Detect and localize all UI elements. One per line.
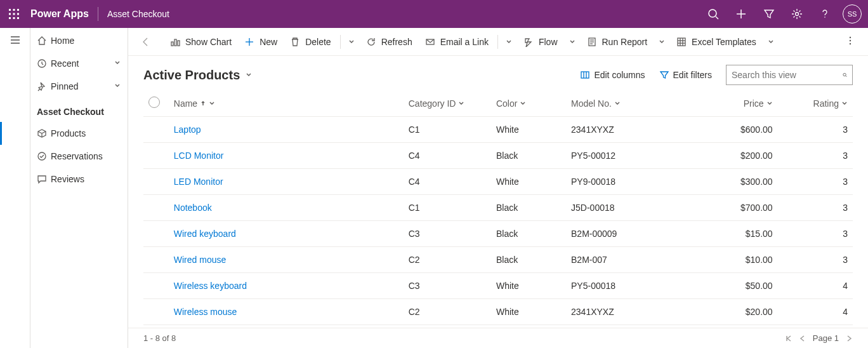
cell-color: White: [491, 117, 566, 143]
search-icon[interactable]: [699, 0, 727, 28]
column-header-category[interactable]: Category ID: [404, 90, 491, 117]
column-header-price[interactable]: Price: [690, 90, 778, 117]
add-icon[interactable]: [727, 0, 755, 28]
sidebar-section-title: Asset Checkout: [30, 98, 128, 122]
svg-point-13: [796, 13, 799, 16]
svg-point-35: [850, 37, 851, 38]
svg-rect-8: [17, 17, 19, 19]
cell-model: J5D-00018: [566, 195, 690, 221]
svg-rect-5: [17, 13, 19, 15]
sidebar-item-label: Pinned: [51, 81, 79, 91]
cell-category: C2: [404, 247, 491, 273]
cell-model: PY5-00012: [566, 143, 690, 169]
new-button[interactable]: New: [238, 28, 284, 55]
run-report-button[interactable]: Run Report: [581, 28, 654, 55]
record-range: 1 - 8 of 8: [143, 333, 176, 343]
cell-category: C1: [404, 117, 491, 143]
refresh-button[interactable]: Refresh: [360, 28, 419, 55]
svg-point-14: [824, 17, 825, 18]
delete-dropdown[interactable]: [343, 28, 360, 55]
home-icon: [37, 36, 51, 46]
column-header-color[interactable]: Color: [491, 90, 566, 117]
edit-filters-button[interactable]: Edit filters: [659, 70, 712, 80]
settings-icon[interactable]: [783, 0, 811, 28]
column-header-model[interactable]: Model No.: [566, 90, 690, 117]
app-launcher-icon[interactable]: [0, 0, 28, 28]
cell-category: C1: [404, 195, 491, 221]
cell-name[interactable]: Wireless keyboard: [169, 273, 404, 299]
cell-price: $600.00: [690, 117, 778, 143]
table-row[interactable]: Wired keyboardC3BlackB2M-00009$15.003: [143, 221, 853, 247]
cell-rating: 3: [778, 247, 853, 273]
svg-rect-20: [171, 42, 173, 46]
table-row[interactable]: Wired mouseC2BlackB2M-007$10.003: [143, 247, 853, 273]
chat-icon: [37, 174, 51, 184]
svg-rect-38: [581, 72, 589, 78]
sidebar-item-pinned[interactable]: Pinned: [30, 75, 128, 98]
search-icon: [843, 70, 847, 80]
column-header-name[interactable]: Name: [169, 90, 404, 117]
svg-rect-22: [178, 41, 180, 46]
column-header-rating[interactable]: Rating: [778, 90, 853, 117]
view-title-dropdown[interactable]: Active Products: [143, 68, 253, 83]
flow-button[interactable]: Flow: [517, 28, 564, 55]
cell-color: Black: [491, 247, 566, 273]
cell-color: Black: [491, 195, 566, 221]
first-page-icon[interactable]: [785, 335, 792, 342]
svg-rect-3: [9, 13, 11, 15]
sidebar-item-reviews[interactable]: Reviews: [30, 168, 128, 191]
cell-price: $15.00: [690, 221, 778, 247]
user-avatar[interactable]: SS: [843, 4, 862, 23]
table-row[interactable]: Wireless keyboardC3WhitePY5-00018$50.004: [143, 273, 853, 299]
edit-columns-button[interactable]: Edit columns: [580, 70, 645, 80]
svg-rect-1: [13, 9, 15, 11]
select-all-header[interactable]: [143, 90, 169, 117]
delete-button[interactable]: Delete: [284, 28, 337, 55]
table-row[interactable]: Wireless mouseC2White2341XYXZ$20.004: [143, 299, 853, 325]
cell-model: B2M-007: [566, 247, 690, 273]
table-row[interactable]: LCD MonitorC4BlackPY5-00012$200.003: [143, 143, 853, 169]
excel-dropdown[interactable]: [763, 28, 779, 55]
table-row[interactable]: NotebookC1BlackJ5D-00018$700.003: [143, 195, 853, 221]
svg-rect-4: [13, 13, 15, 15]
prev-page-icon[interactable]: [799, 335, 806, 342]
cell-name[interactable]: Wired keyboard: [169, 221, 404, 247]
help-icon[interactable]: [811, 0, 839, 28]
cell-name[interactable]: Notebook: [169, 195, 404, 221]
cell-name[interactable]: Wireless mouse: [169, 299, 404, 325]
cell-category: C3: [404, 221, 491, 247]
cell-model: 2341XYXZ: [566, 299, 690, 325]
email-dropdown[interactable]: [501, 28, 517, 55]
sidebar-item-reservations[interactable]: Reservations: [30, 145, 128, 168]
flow-dropdown[interactable]: [564, 28, 581, 55]
filter-icon[interactable]: [755, 0, 783, 28]
cell-rating: 3: [778, 221, 853, 247]
cell-name[interactable]: Wired mouse: [169, 247, 404, 273]
search-input[interactable]: [732, 70, 843, 80]
sidebar-item-recent[interactable]: Recent: [30, 52, 128, 75]
sidebar: Home Recent Pinned Asset Checkout Produc…: [30, 28, 128, 348]
svg-point-41: [843, 73, 846, 76]
hamburger-icon[interactable]: [10, 34, 21, 48]
sidebar-item-products[interactable]: Products: [30, 122, 128, 145]
more-commands-button[interactable]: [838, 36, 863, 48]
table-row[interactable]: LaptopC1White2341XYXZ$600.003: [143, 117, 853, 143]
cell-name[interactable]: LED Monitor: [169, 169, 404, 195]
cell-name[interactable]: LCD Monitor: [169, 143, 404, 169]
cell-name[interactable]: Laptop: [169, 117, 404, 143]
excel-templates-button[interactable]: Excel Templates: [670, 28, 763, 55]
svg-rect-21: [174, 39, 176, 46]
svg-rect-7: [13, 17, 15, 19]
email-link-button[interactable]: Email a Link: [419, 28, 495, 55]
table-row[interactable]: LED MonitorC4WhitePY9-00018$300.003: [143, 169, 853, 195]
cell-price: $300.00: [690, 169, 778, 195]
collapse-rail: [0, 28, 30, 348]
search-view-box[interactable]: [726, 65, 853, 85]
next-page-icon[interactable]: [845, 335, 853, 342]
back-button[interactable]: [133, 28, 164, 55]
run-report-dropdown[interactable]: [654, 28, 670, 55]
sidebar-item-home[interactable]: Home: [30, 29, 128, 52]
cell-category: C4: [404, 169, 491, 195]
command-bar: Show Chart New Delete Refresh Email a Li…: [128, 28, 868, 56]
show-chart-button[interactable]: Show Chart: [164, 28, 238, 55]
